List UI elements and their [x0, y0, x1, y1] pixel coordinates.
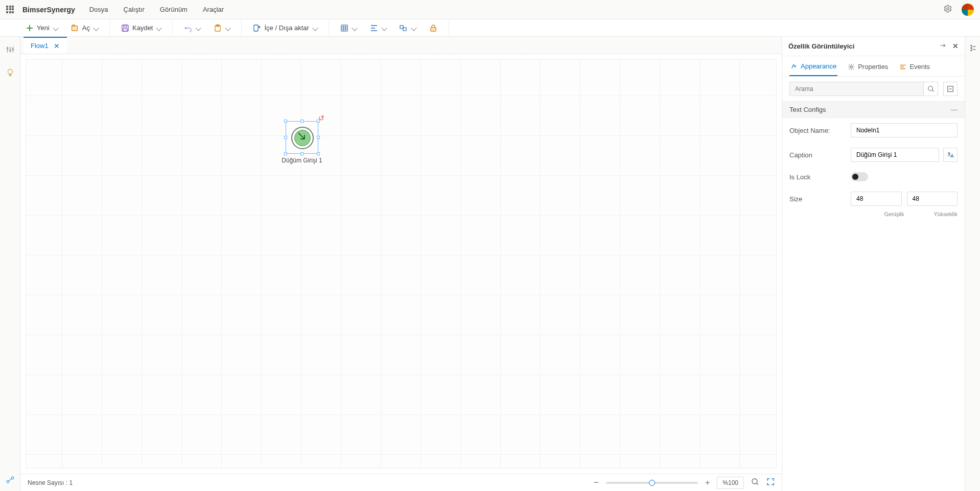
left-rail: [0, 37, 20, 491]
svg-point-19: [752, 479, 757, 484]
new-button-label: Yeni: [37, 24, 50, 32]
right-rail: [965, 37, 980, 491]
apps-grid-icon[interactable]: [6, 6, 14, 14]
node-selection-box: [286, 121, 318, 154]
canvas-statusbar: Nesne Sayısı : 1 − + %100: [20, 474, 782, 491]
tab-appearance[interactable]: Appearance: [789, 60, 837, 76]
svg-point-17: [7, 480, 9, 483]
zoom-slider[interactable]: [606, 482, 698, 484]
arrange-icon-button[interactable]: [396, 22, 419, 34]
panel-pin-icon[interactable]: [939, 42, 946, 51]
open-button[interactable]: Aç: [68, 22, 101, 34]
new-button[interactable]: Yeni: [22, 22, 61, 34]
svg-rect-3: [72, 26, 77, 31]
label-size: Size: [789, 195, 851, 203]
tab-flow1-label: Flow1: [31, 42, 49, 50]
fullscreen-icon[interactable]: [766, 478, 775, 487]
canvas-tabstrip: Flow1 ✕: [20, 37, 782, 54]
svg-point-20: [850, 65, 852, 67]
open-button-label: Aç: [82, 24, 90, 32]
sublabel-height: Yükseklik: [934, 211, 958, 217]
svg-rect-10: [400, 26, 403, 29]
input-size-width[interactable]: [851, 192, 902, 206]
right-rail-tree-icon[interactable]: [969, 44, 977, 491]
input-size-height[interactable]: [907, 192, 958, 206]
menu-file[interactable]: Dosya: [89, 6, 108, 13]
label-object-name: Object Name:: [789, 127, 851, 134]
svg-point-14: [9, 50, 11, 51]
user-avatar[interactable]: [962, 4, 974, 16]
svg-point-0: [947, 8, 949, 10]
resize-handle[interactable]: [317, 120, 320, 123]
svg-rect-12: [431, 28, 436, 31]
svg-point-18: [11, 477, 14, 479]
zoom-out-icon[interactable]: −: [593, 477, 599, 488]
brand-label: BimserSynergy: [22, 6, 75, 14]
caption-translate-icon[interactable]: [943, 148, 958, 162]
collapse-all-icon[interactable]: [943, 82, 958, 96]
object-count-label: Nesne Sayısı :: [28, 479, 67, 486]
resize-handle[interactable]: [300, 120, 304, 123]
tab-flow1[interactable]: Flow1 ✕: [24, 37, 67, 54]
svg-point-13: [7, 48, 8, 49]
resize-handle[interactable]: [317, 152, 320, 155]
zoom-fit-icon[interactable]: [751, 478, 759, 487]
property-panel-title: Özellik Görüntüleyici: [788, 42, 854, 50]
resize-handle[interactable]: [284, 120, 287, 123]
zoom-in-icon[interactable]: +: [705, 478, 710, 487]
svg-point-15: [12, 49, 14, 50]
tab-properties[interactable]: Properties: [847, 60, 889, 76]
svg-rect-5: [124, 25, 127, 27]
rail-bulb-icon[interactable]: [6, 68, 15, 79]
top-menubar: BimserSynergy Dosya Çalıştır Görünüm Ara…: [0, 0, 980, 19]
import-export-label: İçe / Dışa aktar: [264, 24, 309, 32]
save-button-label: Kaydet: [132, 24, 153, 32]
node-caption: Düğüm Girişi 1: [282, 157, 322, 164]
import-export-button[interactable]: İçe / Dışa aktar: [250, 22, 320, 34]
object-count-value: 1: [69, 479, 73, 486]
save-button[interactable]: Kaydet: [118, 22, 164, 34]
section-collapse-icon[interactable]: —: [951, 106, 958, 113]
clipboard-button[interactable]: [211, 22, 233, 34]
zoom-value: %100: [717, 477, 744, 489]
section-text-configs[interactable]: Text Configs—: [782, 101, 965, 118]
settings-icon[interactable]: [943, 4, 952, 15]
property-search-icon[interactable]: [924, 82, 938, 96]
undo-button[interactable]: [181, 22, 203, 34]
property-search-input[interactable]: [789, 82, 924, 96]
resize-handle[interactable]: [317, 136, 320, 139]
tab-flow1-close-icon[interactable]: ✕: [54, 42, 60, 50]
rail-connection-icon[interactable]: [6, 475, 15, 486]
menu-run[interactable]: Çalıştır: [124, 6, 145, 13]
sublabel-width: Genişlik: [884, 211, 904, 217]
svg-rect-6: [123, 29, 127, 31]
resize-handle[interactable]: [284, 152, 287, 155]
flow-canvas[interactable]: ↺ Düğüm Girişi 1: [26, 59, 777, 469]
svg-rect-11: [403, 28, 406, 31]
lock-icon-button[interactable]: [426, 22, 440, 34]
svg-point-16: [8, 69, 12, 74]
menu-view[interactable]: Görünüm: [160, 6, 188, 13]
menu-tools[interactable]: Araçlar: [203, 6, 224, 13]
toggle-is-lock[interactable]: [851, 172, 868, 181]
resize-handle[interactable]: [300, 152, 304, 155]
property-viewer-panel: Özellik Görüntüleyici ✕ Appearance Prope…: [782, 37, 965, 491]
tab-events[interactable]: Events: [898, 60, 931, 76]
input-caption[interactable]: [851, 148, 939, 162]
grid-icon-button[interactable]: [337, 22, 360, 34]
label-is-lock: Is Lock: [789, 173, 851, 181]
node-arrow-icon: [296, 131, 309, 143]
svg-point-21: [928, 86, 932, 91]
input-object-name[interactable]: [851, 123, 958, 137]
resize-handle[interactable]: [284, 136, 287, 139]
panel-close-icon[interactable]: ✕: [952, 42, 959, 51]
main-toolbar: Yeni Aç Kaydet İçe / Dışa aktar: [0, 19, 980, 37]
label-caption: Caption: [789, 151, 851, 159]
node-nodein1[interactable]: ↺ Düğüm Girişi 1: [282, 121, 322, 164]
rail-tune-icon[interactable]: [6, 45, 15, 56]
svg-rect-9: [254, 25, 258, 31]
align-icon-button[interactable]: [367, 22, 389, 34]
center-panel: Flow1 ✕ ↺: [20, 37, 782, 491]
